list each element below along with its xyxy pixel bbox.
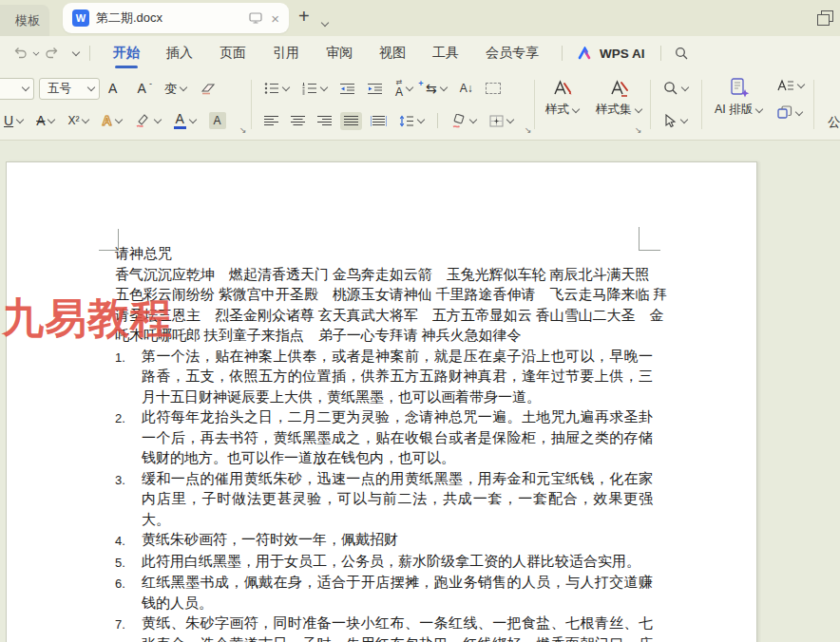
menu-tab-review[interactable]: 审阅 [313,36,366,70]
ai-doc-sparkle-icon [728,78,751,99]
superscript-button[interactable]: X² [64,112,93,129]
menu-tab-member[interactable]: 会员专享 [472,36,552,70]
char-border-button[interactable] [482,80,505,97]
list-item-number: 4. [115,530,142,552]
font-group-row2: U A X² A A A [0,106,230,135]
style-set-label: 样式集 [596,102,632,118]
text-tool-button[interactable] [773,76,809,95]
distribute-button[interactable] [367,112,391,130]
search-icon[interactable] [671,43,693,65]
undo-chevron-icon[interactable] [33,50,39,56]
menu-tab-reference[interactable]: 引用 [259,36,313,70]
decrease-indent-icon [340,83,355,95]
list-item-number: 7. [115,614,142,642]
justify-button[interactable] [340,112,362,130]
borders-button[interactable] [486,112,518,130]
menu-tab-view[interactable]: 视图 [366,36,419,70]
redo-button[interactable] [40,43,63,64]
align-center-button[interactable] [287,112,309,130]
undo-button[interactable] [10,43,32,64]
close-tab-icon[interactable]: × [271,11,279,26]
restore-window-icon[interactable] [817,10,832,25]
find-magnifier-icon [663,81,678,96]
ribbon-divider [437,113,438,128]
ai-layout-button[interactable]: AI 排版 [709,74,769,122]
distribute-icon [371,115,387,127]
list-item: 3. 缓和一点的催用黄纸朱砂，迅速一点的用黄纸黑墨，用寿金和元宝纸钱，化在家内店… [115,469,653,531]
verse-line: 五色彩云闹纷纷 紫微宫中开圣殿 桃源玉女请神仙 千里路途香伸请 飞云走马降来临 … [115,285,653,306]
paragraph-group-row2 [260,106,518,135]
styles-button[interactable]: 样式 [540,74,585,122]
document-canvas: 请神总咒 香气沉沉应乾坤 燃起清香透天门 金鸟奔走如云箭 玉兔光辉似车轮 南辰北… [0,141,840,642]
justify-icon [344,115,358,127]
find-group-row2 [659,106,692,135]
font-size-combo[interactable]: 五号 [39,78,100,100]
style-set-a-brush-icon [607,78,630,99]
wps-ai-button[interactable]: WPS AI [572,47,651,61]
styles-group: 样式 样式集 [540,74,648,135]
font-name-combo[interactable] [0,78,34,100]
list-item-number: 1. [115,347,142,408]
numbered-list-button[interactable] [298,79,332,98]
pinyin-guide-button[interactable]: 变 [161,80,191,98]
find-group-row1 [659,74,693,103]
select-cursor-icon [663,114,678,128]
align-right-button[interactable] [314,112,335,130]
bullet-list-button[interactable] [260,79,294,98]
text-effects-button[interactable]: A [98,111,125,130]
two-way-arrows-button[interactable]: ⇆ [422,79,451,98]
styles-group-expand-icon[interactable]: ↘ [635,125,642,135]
verse-line: 请圣坛三恩主 烈圣金刚众诸尊 玄天真武大将军 五方五帝显如云 香山雪山二大圣 金 [115,306,653,327]
list-item-text: 缓和一点的催用黄纸朱砂，迅速一点的用黄纸黑墨，用寿金和元宝纸钱，化在家内店里，子… [142,469,653,531]
menu-tab-page[interactable]: 页面 [206,36,259,70]
paragraph-group-expand-icon[interactable]: ↘ [525,125,532,135]
decrease-indent-button[interactable] [336,80,359,98]
list-item: 2. 此符每年龙抬头之日，二月二更为灵验，念请神总咒一遍。土地咒九遍再求圣卦一个… [115,407,653,469]
increase-indent-button[interactable] [364,80,387,98]
shading-fill-button[interactable] [447,111,481,131]
select-button[interactable] [659,111,692,131]
new-tab-button[interactable]: + [298,6,310,28]
list-item-text: 第一个法，贴在神案上供奉，或者是神案前，就是压在桌子沿上也可以，早晚一路香，五支… [142,347,653,408]
text-direction-button[interactable]: A↓ [456,80,477,97]
align-left-button[interactable] [260,112,282,130]
ribbon-divider [650,80,651,129]
tab-templates[interactable]: 模板 [0,5,49,36]
screen-share-icon[interactable] [249,12,262,24]
list-item: 1. 第一个法，贴在神案上供奉，或者是神案前，就是压在桌子沿上也可以，早晚一路香… [115,347,653,408]
wps-ai-logo-icon [578,47,594,60]
window-tab-bar: 模板 W 第二期.docx × + [0,0,840,36]
document-text[interactable]: 请神总咒 香气沉沉应乾坤 燃起清香透天门 金鸟奔走如云箭 玉兔光辉似车轮 南辰北… [115,244,653,642]
text-scale-button[interactable]: ⇄A [391,76,417,101]
document-tab-title: 第二期.docx [96,9,249,27]
char-shading-button[interactable]: A [205,109,230,132]
clipped-group-label[interactable]: 公 [828,114,840,131]
menu-tab-insert[interactable]: 插入 [153,36,206,70]
align-center-icon [291,115,305,127]
list-item: 6. 红纸黑墨书成，佩戴在身，适合于开店摆摊，跑业务销售的人员，与人打交道赚钱的… [115,573,653,614]
paragraph-group-row1: ⇄A ⇆ A↓ [260,74,505,103]
menubar-divider [89,46,90,61]
menu-tab-tools[interactable]: 工具 [419,36,472,70]
find-button[interactable] [659,78,693,99]
style-set-button[interactable]: 样式集 [590,74,648,122]
quick-access-chevron-icon[interactable] [72,49,80,57]
document-page[interactable]: 请神总咒 香气沉沉应乾坤 燃起清香透天门 金鸟奔走如云箭 玉兔光辉似车轮 南辰北… [6,161,757,642]
layers-icon [777,105,792,120]
selection-pane-button[interactable] [773,103,809,123]
tab-document[interactable]: W 第二期.docx × [63,3,289,33]
line-spacing-button[interactable] [395,112,429,130]
highlight-button[interactable] [131,110,165,131]
clear-format-button[interactable] [196,79,220,98]
font-group-expand-icon[interactable]: ↘ [239,125,247,135]
font-color-button[interactable]: A [170,109,200,132]
list-item-number: 6. [115,573,142,614]
decrease-font-button[interactable]: A- [134,79,156,98]
tab-list-chevron-icon[interactable] [321,20,329,28]
highlighter-icon [135,113,151,128]
underline-button[interactable]: U [0,111,28,130]
verse-line: 香气沉沉应乾坤 燃起清香透天门 金鸟奔走如云箭 玉兔光辉似车轮 南辰北斗满天照 [115,265,653,286]
increase-font-button[interactable]: A+ [105,79,129,98]
strikethrough-button[interactable]: A [32,111,59,130]
menu-tab-home[interactable]: 开始 [100,36,153,70]
